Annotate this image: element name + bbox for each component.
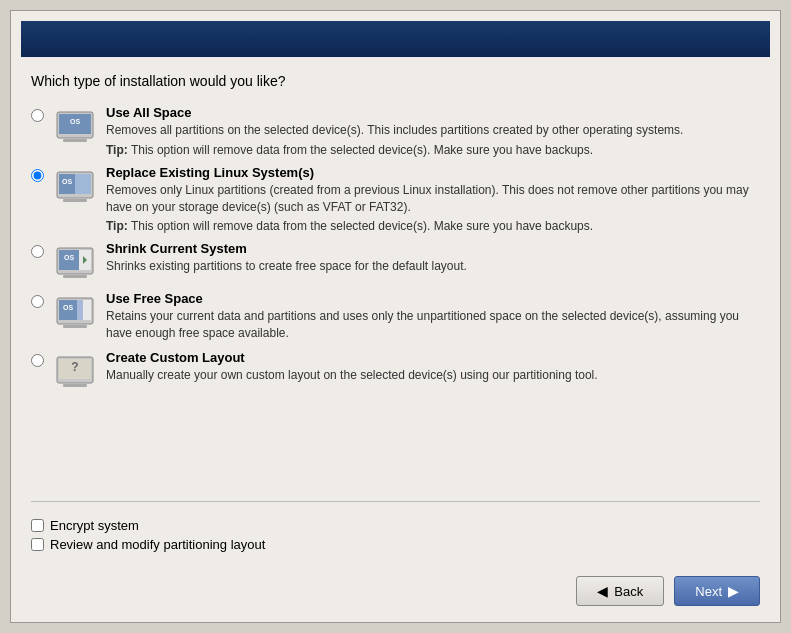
bottom-checkboxes: Encrypt system Review and modify partiti… bbox=[31, 518, 760, 552]
option-replace-existing: OS Replace Existing Linux System(s) Remo… bbox=[31, 165, 760, 234]
icon-create-custom: ? bbox=[54, 350, 96, 392]
option-desc-use-all-space: Removes all partitions on the selected d… bbox=[106, 122, 760, 139]
option-title-shrink-current: Shrink Current System bbox=[106, 241, 760, 256]
radio-create-custom[interactable] bbox=[31, 354, 44, 367]
option-title-replace-existing: Replace Existing Linux System(s) bbox=[106, 165, 760, 180]
option-tip-use-all-space: Tip: This option will remove data from t… bbox=[106, 143, 760, 157]
main-window: Which type of installation would you lik… bbox=[10, 10, 781, 623]
svg-rect-18 bbox=[83, 300, 91, 320]
option-desc-replace-existing: Removes only Linux partitions (created f… bbox=[106, 182, 760, 216]
option-title-use-free-space: Use Free Space bbox=[106, 291, 760, 306]
back-icon: ◀ bbox=[597, 583, 608, 599]
option-shrink-current: OS Shrink Current System Shrinks existin… bbox=[31, 241, 760, 283]
option-title-use-all-space: Use All Space bbox=[106, 105, 760, 120]
back-button[interactable]: ◀ Back bbox=[576, 576, 664, 606]
radio-use-free-space[interactable] bbox=[31, 295, 44, 308]
option-text-use-all-space: Use All Space Removes all partitions on … bbox=[106, 105, 760, 157]
divider bbox=[31, 501, 760, 502]
icon-use-free-space: OS bbox=[54, 291, 96, 333]
option-use-all-space: OS Use All Space Removes all partitions … bbox=[31, 105, 760, 157]
option-text-create-custom: Create Custom Layout Manually create you… bbox=[106, 350, 760, 384]
radio-shrink-current[interactable] bbox=[31, 245, 44, 258]
svg-rect-17 bbox=[77, 300, 83, 320]
option-text-shrink-current: Shrink Current System Shrinks existing p… bbox=[106, 241, 760, 275]
option-desc-use-free-space: Retains your current data and partitions… bbox=[106, 308, 760, 342]
footer: ◀ Back Next ▶ bbox=[11, 568, 780, 622]
svg-rect-14 bbox=[63, 275, 87, 278]
next-button[interactable]: Next ▶ bbox=[674, 576, 760, 606]
icon-use-all-space: OS bbox=[54, 105, 96, 147]
next-icon: ▶ bbox=[728, 583, 739, 599]
radio-replace-existing[interactable] bbox=[31, 169, 44, 182]
option-desc-shrink-current: Shrinks existing partitions to create fr… bbox=[106, 258, 760, 275]
svg-rect-20 bbox=[63, 325, 87, 328]
encrypt-label: Encrypt system bbox=[50, 518, 139, 533]
option-desc-create-custom: Manually create your own custom layout o… bbox=[106, 367, 760, 384]
option-tip-replace-existing: Tip: This option will remove data from t… bbox=[106, 219, 760, 233]
icon-replace-existing: OS bbox=[54, 165, 96, 207]
svg-text:?: ? bbox=[71, 360, 78, 374]
radio-use-all-space[interactable] bbox=[31, 109, 44, 122]
options-list: OS Use All Space Removes all partitions … bbox=[31, 105, 760, 497]
checkbox-row-review: Review and modify partitioning layout bbox=[31, 537, 760, 552]
svg-text:OS: OS bbox=[70, 118, 80, 125]
option-text-use-free-space: Use Free Space Retains your current data… bbox=[106, 291, 760, 342]
page-title: Which type of installation would you lik… bbox=[31, 73, 760, 89]
svg-text:OS: OS bbox=[62, 178, 72, 185]
checkbox-row-encrypt: Encrypt system bbox=[31, 518, 760, 533]
icon-shrink-current: OS bbox=[54, 241, 96, 283]
svg-rect-24 bbox=[63, 384, 87, 387]
svg-rect-6 bbox=[75, 174, 91, 194]
content-area: Which type of installation would you lik… bbox=[11, 57, 780, 568]
next-label: Next bbox=[695, 584, 722, 599]
option-create-custom: ? Create Custom Layout Manually create y… bbox=[31, 350, 760, 392]
top-bar bbox=[21, 21, 770, 57]
back-label: Back bbox=[614, 584, 643, 599]
option-use-free-space: OS Use Free Space Retains your current d… bbox=[31, 291, 760, 342]
review-checkbox[interactable] bbox=[31, 538, 44, 551]
option-title-create-custom: Create Custom Layout bbox=[106, 350, 760, 365]
encrypt-checkbox[interactable] bbox=[31, 519, 44, 532]
svg-text:OS: OS bbox=[64, 254, 74, 261]
option-text-replace-existing: Replace Existing Linux System(s) Removes… bbox=[106, 165, 760, 234]
review-label: Review and modify partitioning layout bbox=[50, 537, 265, 552]
svg-text:OS: OS bbox=[63, 304, 73, 311]
svg-rect-8 bbox=[63, 199, 87, 202]
svg-rect-3 bbox=[63, 139, 87, 142]
